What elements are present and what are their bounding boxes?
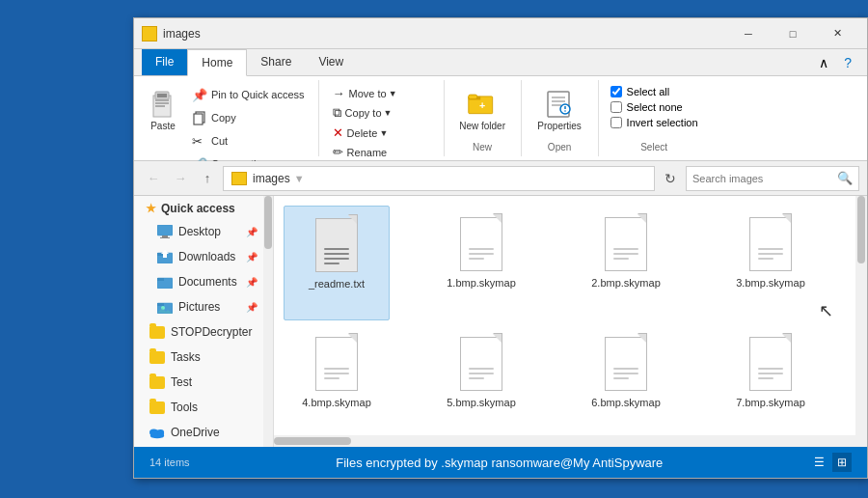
minimize-button[interactable]: ─ [726,18,771,49]
svg-rect-10 [469,95,477,98]
file-item-7[interactable]: 7.bmp.skymap [718,325,824,438]
move-to-button[interactable]: → Move to ▼ [327,84,403,102]
files-grid: _readme.txt [274,196,867,447]
files-bottom-scroll-thumb[interactable] [274,437,351,445]
address-path-box[interactable]: images ▼ [223,166,655,191]
sidebar-item-documents[interactable]: Documents 📌 [134,269,273,294]
help-button[interactable]: ? [836,49,859,75]
stopdecrypter-label: STOPDecrypter [171,325,252,339]
refresh-button[interactable]: ↻ [659,167,682,190]
tab-home[interactable]: Home [187,49,247,76]
sidebar-item-desktop[interactable]: Desktop 📌 [134,219,273,244]
sidebar-item-stopdecrypter[interactable]: STOPDecrypter [134,319,273,345]
copy-to-icon: ⧉ [333,105,341,121]
organize-items: → Move to ▼ ⧉ Copy to ▼ ✕ Delete [327,84,436,162]
readme-filename: _readme.txt [309,278,365,290]
details-view-button[interactable]: ☰ [809,453,828,472]
file-item-4[interactable]: 4.bmp.skymap [284,325,390,438]
status-message: Files encrypted by .skymap ransomware@My… [190,456,809,470]
sidebar-item-downloads[interactable]: Downloads 📌 [134,244,273,269]
maximize-button[interactable]: □ [771,18,815,49]
file-item-1[interactable]: 1.bmp.skymap [428,206,534,320]
move-to-chevron: ▼ [389,89,397,98]
tools-label: Tools [171,401,198,414]
file-item-readme[interactable]: _readme.txt [284,206,390,320]
address-folder-icon [231,172,247,185]
quick-access-label: Quick access [161,202,235,215]
downloads-pin: 📌 [246,252,258,263]
pin-quick-access-button[interactable]: 📌 Pin to Quick access [186,84,311,105]
ribbon-collapse-button[interactable]: ∧ [811,49,836,75]
sidebar-scroll-thumb[interactable] [264,196,272,249]
sidebar-item-onedrive[interactable]: OneDrive [134,420,273,445]
select-all-checkbox[interactable] [610,86,622,97]
address-path-text: images [253,172,290,185]
forward-button[interactable]: → [169,167,192,190]
search-box: 🔍 [686,166,859,191]
file-item-3[interactable]: 3.bmp.skymap [718,206,824,320]
window-icon [142,26,157,42]
sidebar: ★ Quick access Desktop 📌 [134,196,274,447]
sidebar-item-test[interactable]: Test [134,370,273,395]
svg-rect-21 [160,237,170,238]
scroll-corner [855,435,867,447]
new-items: + New folder [453,84,511,140]
svg-rect-4 [155,102,169,104]
quick-access-header: ★ Quick access [134,196,273,219]
files-area: _readme.txt [274,196,867,447]
file-item-6[interactable]: 6.bmp.skymap [573,325,679,438]
properties-icon [544,88,575,119]
new-folder-icon: + [467,88,498,119]
files-scrollbar[interactable] [855,196,867,435]
new-folder-label: New folder [459,121,505,131]
files-scroll-thumb[interactable] [857,196,865,263]
invert-selection-checkbox[interactable] [610,117,622,128]
select-none-checkbox[interactable] [610,101,622,113]
properties-button[interactable]: Properties [531,84,587,135]
delete-chevron: ▼ [379,128,388,138]
paste-button[interactable]: Paste [142,84,184,135]
readme-file-icon [313,214,360,272]
close-button[interactable]: ✕ [815,18,859,49]
file-item-5[interactable]: 5.bmp.skymap [428,325,534,438]
skymap3-icon [747,213,794,271]
sidebar-item-pictures[interactable]: Pictures 📌 [134,294,273,319]
pictures-icon [157,299,173,315]
tiles-view-button[interactable]: ⊞ [832,453,852,472]
up-button[interactable]: ↑ [196,167,219,190]
svg-rect-7 [194,114,203,124]
back-button[interactable]: ← [142,167,165,190]
rename-button[interactable]: ✏ Rename [327,143,393,161]
status-bar: 14 items Files encrypted by .skymap rans… [134,447,867,478]
svg-point-18 [564,110,566,112]
cut-button[interactable]: ✂ Cut [186,130,311,152]
skymap2-icon [603,213,649,271]
select-group: Select all Select none Invert selection … [599,80,710,156]
move-to-icon: → [333,86,345,100]
sidebar-item-tasks[interactable]: Tasks [134,345,273,370]
search-input[interactable] [692,173,837,184]
pin-icon: 📌 [192,87,207,102]
copy-to-button[interactable]: ⧉ Copy to ▼ [327,103,398,123]
select-label: Select [607,142,702,152]
delete-button[interactable]: ✕ Delete ▼ [327,124,394,142]
select-none-button[interactable]: Select none [607,99,702,115]
ribbon-content: Paste 📌 Pin to Quick access [134,76,867,161]
invert-selection-button[interactable]: Invert selection [607,115,702,130]
tab-view[interactable]: View [305,49,357,75]
stopdecrypter-folder-icon [149,324,165,340]
sidebar-item-tools[interactable]: Tools [134,395,273,420]
pictures-label: Pictures [178,300,220,314]
skymap4-icon [313,333,360,391]
sidebar-scrollbar[interactable] [263,196,273,447]
copy-button[interactable]: Copy [186,107,311,128]
new-folder-button[interactable]: + New folder [453,84,511,135]
files-bottom-scrollbar[interactable] [274,435,855,447]
tab-share[interactable]: Share [247,49,305,75]
tab-file[interactable]: File [142,49,187,75]
select-all-button[interactable]: Select all [607,84,702,99]
window-title: images [163,27,726,41]
address-dropdown[interactable]: ▼ [294,173,305,184]
file-item-2[interactable]: 2.bmp.skymap [573,206,679,320]
test-folder-icon [149,374,165,390]
